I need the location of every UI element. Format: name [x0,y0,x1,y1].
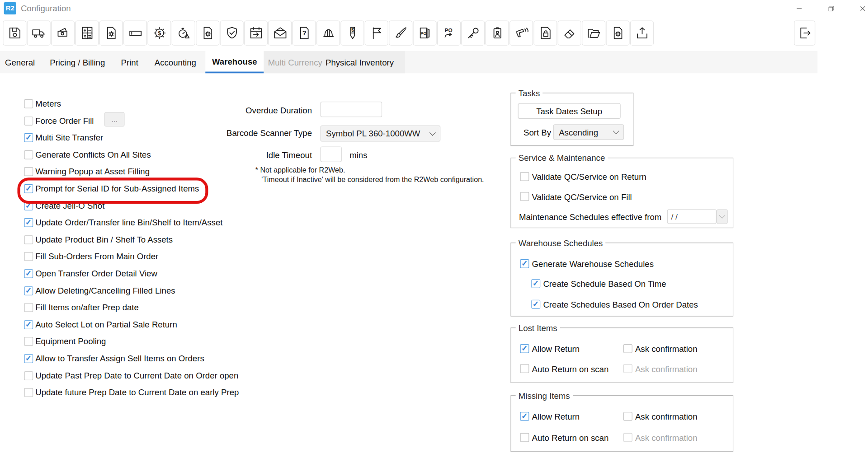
option-allow-deleting[interactable]: Allow Deleting/Cancelling Filled Lines [24,285,175,297]
close-button[interactable] [854,0,868,17]
option-fill-items-prep-date[interactable]: Fill Items on/after Prep date [24,302,138,313]
toolbar-po-transfer-button[interactable] [437,20,461,45]
option-generate-conflicts[interactable]: Generate Conflicts On All Sites [24,149,151,161]
option-multi-site-transfer[interactable]: Multi Site Transfer [24,132,103,144]
checkbox[interactable] [24,286,33,295]
toolbar-currency-settings-button[interactable] [147,20,171,45]
toolbar-security-button[interactable] [220,20,244,45]
overdue-duration-input[interactable] [321,102,382,117]
checkbox[interactable] [623,412,632,421]
toolbar-paint-brush-button[interactable] [389,20,412,45]
checkbox[interactable] [520,259,529,268]
maintenance-date-dropdown[interactable] [717,209,728,224]
toolbar-key-button[interactable] [461,20,485,45]
option-prompt-serial-id[interactable]: Prompt for Serial ID for Sub-Assigned It… [24,183,199,195]
toolbar-shipping-button[interactable] [27,20,51,45]
toolbar-timer-alert-button[interactable] [172,20,195,45]
option-schedule-based-on-time[interactable]: Create Schedule Based On Time [511,279,733,290]
tab-print[interactable]: Print [110,51,149,73]
minimize-button[interactable] [790,0,808,17]
toolbar-flag-button[interactable] [365,20,388,45]
option-generate-warehouse-schedules[interactable]: Generate Warehouse Schedules [511,259,733,270]
checkbox[interactable] [24,320,33,329]
checkbox[interactable] [623,344,632,353]
toolbar-price-tag-button[interactable] [340,20,364,45]
option-update-future-prep[interactable]: Update future Prep Date to Current Date … [24,387,239,398]
checkbox[interactable] [520,364,529,373]
sort-by-select[interactable]: Ascending [553,124,624,140]
checkbox[interactable] [24,150,33,159]
option-meters[interactable]: Meters [24,98,61,110]
toolbar-help-button[interactable] [292,20,316,45]
option-schedules-based-on-order-dates[interactable]: Create Schedules Based On Order Dates [511,299,733,311]
option-auto-select-lot[interactable]: Auto Select Lot on Partial Sale Return [24,319,177,331]
toolbar-calendar-button[interactable] [244,20,268,45]
window-title: Configuration [21,3,71,13]
toolbar-save-button[interactable] [3,20,26,45]
jello-mold-icon [321,26,336,41]
force-order-fill-more-button[interactable]: ... [104,112,125,126]
checkbox[interactable] [24,269,33,278]
checkbox[interactable] [520,192,529,201]
toolbar-eraser-button[interactable] [558,20,581,45]
tab-warehouse[interactable]: Warehouse [205,51,264,73]
option-update-product-bin[interactable]: Update Product Bin / Shelf To Assets [24,234,173,246]
option-transfer-assign-sell[interactable]: Allow to Transfer Assign Sell Items on O… [24,353,204,364]
checkbox[interactable] [24,388,33,397]
option-warning-popup[interactable]: Warning Popup at Asset Filling [24,166,150,177]
checkbox[interactable] [24,354,33,363]
tab-pricing-billing[interactable]: Pricing / Billing [37,51,118,73]
checkbox[interactable] [24,303,33,312]
idle-timeout-input[interactable] [321,147,342,162]
toolbar-po-book-button[interactable] [413,20,436,45]
barcode-scanner-select[interactable]: Symbol PL 360-1000WW [321,126,441,142]
toolbar-secure-document-button[interactable] [533,20,557,45]
checkbox[interactable] [24,117,33,126]
checkbox[interactable] [24,235,33,244]
toolbar-text-field-button[interactable] [123,20,147,45]
checkbox[interactable] [520,433,529,442]
checkbox[interactable] [531,279,540,288]
checkbox[interactable] [24,99,33,108]
maintenance-date-input[interactable]: / / [667,209,717,224]
checkbox[interactable] [24,201,33,210]
toolbar-calculator-button[interactable] [75,20,99,45]
option-validate-qc-fill[interactable]: Validate QC/Service on Fill [511,191,733,203]
task-dates-setup-button[interactable]: Task Dates Setup [518,103,621,119]
option-force-order-fill[interactable]: Force Order Fill [24,116,94,127]
toolbar-config-document-button[interactable] [606,20,629,45]
toolbar-open-folder-button[interactable] [582,20,605,45]
restore-button[interactable] [822,0,840,17]
checkbox[interactable] [24,218,33,227]
option-create-jello-shot[interactable]: Create Jell-O Shot [24,201,104,212]
toolbar-billing-button[interactable] [51,20,75,45]
toolbar-report-settings-button[interactable] [196,20,219,45]
checkbox[interactable] [531,300,540,309]
checkbox[interactable] [520,172,529,181]
tab-general[interactable]: General [0,51,40,73]
checkbox[interactable] [24,252,33,261]
toolbar [3,20,654,45]
option-validate-qc-return[interactable]: Validate QC/Service on Return [511,172,733,183]
toolbar-jello-mold-button[interactable] [316,20,340,45]
tab-physical-inventory[interactable]: Physical Inventory [321,51,398,73]
checkbox[interactable] [24,184,33,193]
toolbar-barcode-scanner-button[interactable] [509,20,533,45]
checkbox[interactable] [24,133,33,142]
checkbox[interactable] [520,344,529,353]
checkbox[interactable] [520,412,529,421]
toolbar-export-button[interactable] [630,20,654,45]
option-fill-sub-orders[interactable]: Fill Sub-Orders From Main Order [24,251,158,262]
option-equipment-pooling[interactable]: Equipment Pooling [24,336,106,347]
toolbar-id-badge-button[interactable] [486,20,509,45]
toolbar-document-settings-button[interactable] [99,20,123,45]
checkbox[interactable] [24,371,33,380]
option-update-past-prep[interactable]: Update Past Prep Date to Current Date on… [24,370,238,382]
tab-accounting[interactable]: Accounting [144,51,207,73]
option-update-order-transfer-bin[interactable]: Update Order/Transfer line Bin/Shelf to … [24,217,222,229]
toolbar-mail-button[interactable] [268,20,292,45]
checkbox[interactable] [24,167,33,176]
logout-button[interactable] [794,20,815,45]
option-open-transfer-order[interactable]: Open Transfer Order Detail View [24,268,157,280]
checkbox[interactable] [24,337,33,346]
